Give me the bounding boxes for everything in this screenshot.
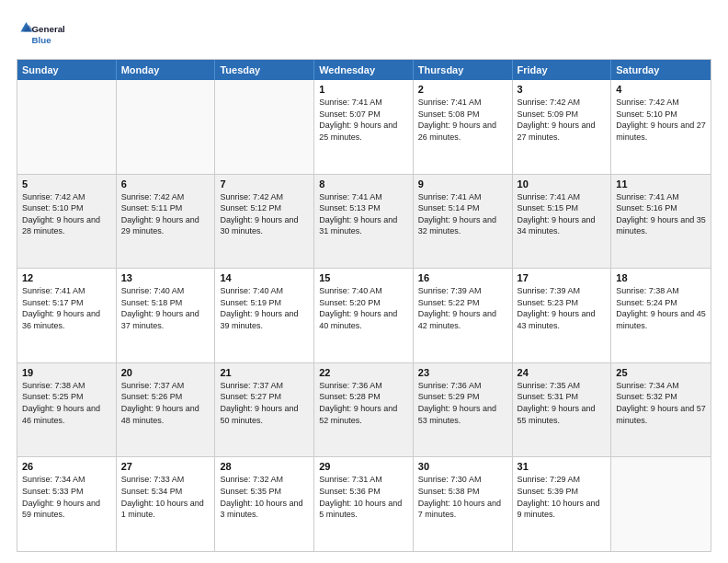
cell-info: Sunrise: 7:42 AM Sunset: 5:11 PM Dayligh…	[121, 191, 210, 237]
day-number: 18	[616, 272, 706, 283]
day-number: 24	[518, 367, 607, 378]
day-number: 31	[518, 461, 607, 472]
cell-info: Sunrise: 7:40 AM Sunset: 5:19 PM Dayligh…	[220, 285, 309, 331]
day-number: 8	[319, 178, 408, 190]
calendar-cell-24: 24Sunrise: 7:35 AM Sunset: 5:31 PM Dayli…	[513, 363, 612, 457]
calendar-cell-15: 15Sunrise: 7:40 AM Sunset: 5:20 PM Dayli…	[314, 269, 414, 362]
logo: General Blue	[17, 15, 72, 52]
calendar-cell-29: 29Sunrise: 7:31 AM Sunset: 5:36 PM Dayli…	[314, 457, 414, 551]
calendar-cell-empty	[215, 80, 314, 174]
cell-info: Sunrise: 7:41 AM Sunset: 5:17 PM Dayligh…	[22, 285, 111, 331]
cell-info: Sunrise: 7:41 AM Sunset: 5:16 PM Dayligh…	[616, 191, 706, 237]
calendar-row-4: 26Sunrise: 7:34 AM Sunset: 5:33 PM Dayli…	[17, 456, 711, 551]
header-day-sunday: Sunday	[17, 60, 117, 80]
cell-info: Sunrise: 7:29 AM Sunset: 5:39 PM Dayligh…	[518, 474, 607, 520]
cell-info: Sunrise: 7:36 AM Sunset: 5:29 PM Dayligh…	[418, 380, 507, 426]
header-day-tuesday: Tuesday	[215, 60, 314, 80]
calendar-cell-10: 10Sunrise: 7:41 AM Sunset: 5:15 PM Dayli…	[513, 175, 612, 269]
calendar-cell-7: 7Sunrise: 7:42 AM Sunset: 5:12 PM Daylig…	[215, 175, 314, 269]
cell-info: Sunrise: 7:37 AM Sunset: 5:26 PM Dayligh…	[121, 380, 210, 426]
day-number: 11	[616, 178, 706, 190]
cell-info: Sunrise: 7:42 AM Sunset: 5:12 PM Dayligh…	[220, 191, 309, 237]
cell-info: Sunrise: 7:38 AM Sunset: 5:24 PM Dayligh…	[616, 285, 706, 331]
cell-info: Sunrise: 7:39 AM Sunset: 5:23 PM Dayligh…	[518, 285, 607, 331]
calendar-row-0: 1Sunrise: 7:41 AM Sunset: 5:07 PM Daylig…	[17, 80, 711, 174]
day-number: 15	[319, 272, 408, 283]
calendar-row-2: 12Sunrise: 7:41 AM Sunset: 5:17 PM Dayli…	[17, 268, 711, 362]
calendar-cell-4: 4Sunrise: 7:42 AM Sunset: 5:10 PM Daylig…	[611, 80, 711, 174]
cell-info: Sunrise: 7:41 AM Sunset: 5:07 PM Dayligh…	[319, 97, 408, 143]
cell-info: Sunrise: 7:42 AM Sunset: 5:09 PM Dayligh…	[518, 97, 607, 143]
day-number: 12	[22, 272, 111, 283]
cell-info: Sunrise: 7:41 AM Sunset: 5:15 PM Dayligh…	[518, 191, 607, 237]
svg-text:General: General	[32, 24, 66, 34]
day-number: 9	[418, 178, 507, 190]
calendar-cell-9: 9Sunrise: 7:41 AM Sunset: 5:14 PM Daylig…	[414, 175, 513, 269]
day-number: 28	[220, 461, 309, 472]
calendar-cell-30: 30Sunrise: 7:30 AM Sunset: 5:38 PM Dayli…	[414, 457, 513, 551]
day-number: 25	[616, 367, 706, 378]
calendar-cell-8: 8Sunrise: 7:41 AM Sunset: 5:13 PM Daylig…	[314, 175, 414, 269]
day-number: 17	[518, 272, 607, 283]
day-number: 6	[121, 178, 210, 190]
calendar-cell-empty	[17, 80, 117, 174]
day-number: 1	[319, 84, 408, 95]
calendar-cell-6: 6Sunrise: 7:42 AM Sunset: 5:11 PM Daylig…	[117, 175, 216, 269]
cell-info: Sunrise: 7:39 AM Sunset: 5:22 PM Dayligh…	[418, 285, 507, 331]
svg-text:Blue: Blue	[32, 35, 52, 45]
day-number: 19	[22, 367, 111, 378]
calendar-cell-14: 14Sunrise: 7:40 AM Sunset: 5:19 PM Dayli…	[215, 269, 314, 362]
calendar-body: 1Sunrise: 7:41 AM Sunset: 5:07 PM Daylig…	[17, 80, 711, 551]
day-number: 21	[220, 367, 309, 378]
cell-info: Sunrise: 7:35 AM Sunset: 5:31 PM Dayligh…	[518, 380, 607, 426]
calendar-cell-22: 22Sunrise: 7:36 AM Sunset: 5:28 PM Dayli…	[314, 363, 414, 457]
calendar-header: SundayMondayTuesdayWednesdayThursdayFrid…	[17, 60, 711, 80]
cell-info: Sunrise: 7:33 AM Sunset: 5:34 PM Dayligh…	[121, 474, 210, 520]
cell-info: Sunrise: 7:41 AM Sunset: 5:13 PM Dayligh…	[319, 191, 408, 237]
calendar-cell-31: 31Sunrise: 7:29 AM Sunset: 5:39 PM Dayli…	[513, 457, 612, 551]
day-number: 16	[418, 272, 507, 283]
calendar-cell-11: 11Sunrise: 7:41 AM Sunset: 5:16 PM Dayli…	[611, 175, 711, 269]
day-number: 27	[121, 461, 210, 472]
day-number: 5	[22, 178, 111, 190]
header-day-saturday: Saturday	[611, 60, 711, 80]
calendar-cell-23: 23Sunrise: 7:36 AM Sunset: 5:29 PM Dayli…	[414, 363, 513, 457]
day-number: 3	[518, 84, 607, 95]
cell-info: Sunrise: 7:36 AM Sunset: 5:28 PM Dayligh…	[319, 380, 408, 426]
day-number: 29	[319, 461, 408, 472]
day-number: 2	[418, 84, 507, 95]
calendar-cell-16: 16Sunrise: 7:39 AM Sunset: 5:22 PM Dayli…	[414, 269, 513, 362]
day-number: 23	[418, 367, 507, 378]
calendar-cell-27: 27Sunrise: 7:33 AM Sunset: 5:34 PM Dayli…	[117, 457, 216, 551]
cell-info: Sunrise: 7:42 AM Sunset: 5:10 PM Dayligh…	[22, 191, 111, 237]
cell-info: Sunrise: 7:41 AM Sunset: 5:14 PM Dayligh…	[418, 191, 507, 237]
calendar-cell-empty	[117, 80, 216, 174]
calendar-cell-empty	[611, 457, 711, 551]
calendar-row-3: 19Sunrise: 7:38 AM Sunset: 5:25 PM Dayli…	[17, 362, 711, 457]
day-number: 10	[518, 178, 607, 190]
calendar-cell-19: 19Sunrise: 7:38 AM Sunset: 5:25 PM Dayli…	[17, 363, 117, 457]
calendar-cell-25: 25Sunrise: 7:34 AM Sunset: 5:32 PM Dayli…	[611, 363, 711, 457]
cell-info: Sunrise: 7:38 AM Sunset: 5:25 PM Dayligh…	[22, 380, 111, 426]
day-number: 20	[121, 367, 210, 378]
calendar-cell-13: 13Sunrise: 7:40 AM Sunset: 5:18 PM Dayli…	[117, 269, 216, 362]
day-number: 14	[220, 272, 309, 283]
logo-svg: General Blue	[17, 15, 72, 52]
day-number: 22	[319, 367, 408, 378]
cell-info: Sunrise: 7:42 AM Sunset: 5:10 PM Dayligh…	[616, 97, 706, 143]
calendar-cell-2: 2Sunrise: 7:41 AM Sunset: 5:08 PM Daylig…	[414, 80, 513, 174]
calendar-cell-1: 1Sunrise: 7:41 AM Sunset: 5:07 PM Daylig…	[314, 80, 414, 174]
cell-info: Sunrise: 7:31 AM Sunset: 5:36 PM Dayligh…	[319, 474, 408, 520]
cell-info: Sunrise: 7:32 AM Sunset: 5:35 PM Dayligh…	[220, 474, 309, 520]
day-number: 30	[418, 461, 507, 472]
calendar-cell-20: 20Sunrise: 7:37 AM Sunset: 5:26 PM Dayli…	[117, 363, 216, 457]
calendar: SundayMondayTuesdayWednesdayThursdayFrid…	[17, 59, 711, 552]
calendar-cell-21: 21Sunrise: 7:37 AM Sunset: 5:27 PM Dayli…	[215, 363, 314, 457]
header-day-thursday: Thursday	[414, 60, 513, 80]
calendar-cell-12: 12Sunrise: 7:41 AM Sunset: 5:17 PM Dayli…	[17, 269, 117, 362]
cell-info: Sunrise: 7:41 AM Sunset: 5:08 PM Dayligh…	[418, 97, 507, 143]
calendar-cell-18: 18Sunrise: 7:38 AM Sunset: 5:24 PM Dayli…	[611, 269, 711, 362]
calendar-cell-17: 17Sunrise: 7:39 AM Sunset: 5:23 PM Dayli…	[513, 269, 612, 362]
header-day-friday: Friday	[513, 60, 612, 80]
day-number: 4	[616, 84, 706, 95]
